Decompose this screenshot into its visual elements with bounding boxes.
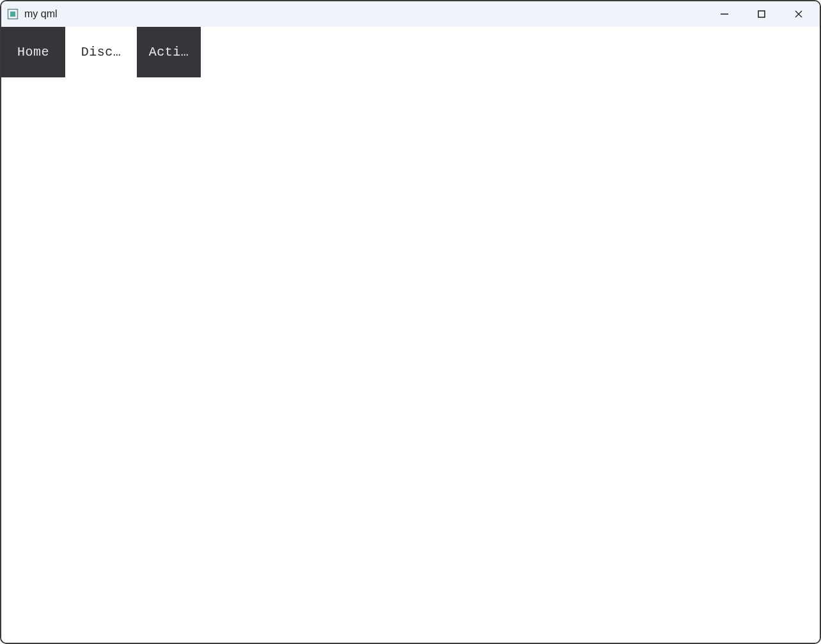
window-controls (706, 1, 817, 27)
content-area: Home Disc… Acti… (1, 27, 820, 643)
tab-activity-label: Acti… (149, 45, 189, 59)
titlebar: my qml (1, 1, 820, 27)
tab-discover[interactable]: Disc… (69, 27, 133, 77)
svg-rect-3 (758, 11, 765, 17)
close-button[interactable] (780, 2, 817, 26)
tab-discover-label: Disc… (81, 45, 121, 59)
tab-home-label: Home (17, 45, 49, 59)
minimize-button[interactable] (706, 2, 743, 26)
tab-activity[interactable]: Acti… (137, 27, 201, 77)
window-title: my qml (24, 8, 58, 20)
maximize-button[interactable] (743, 2, 780, 26)
app-icon (6, 8, 19, 20)
tab-bar: Home Disc… Acti… (1, 27, 820, 77)
svg-rect-1 (10, 12, 15, 17)
tab-home[interactable]: Home (1, 27, 65, 77)
